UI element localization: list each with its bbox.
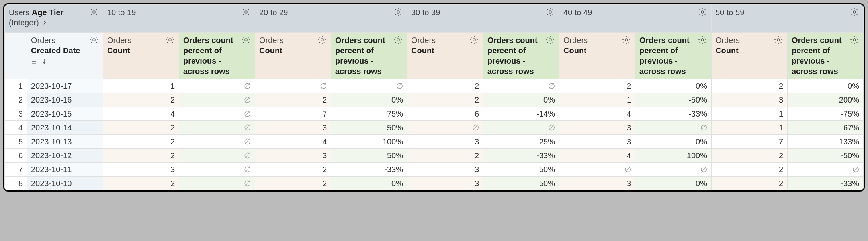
gear-icon[interactable] xyxy=(165,35,175,45)
gear-icon[interactable] xyxy=(393,35,403,45)
calc-column-header[interactable]: Orders count percent of previous - acros… xyxy=(331,33,407,79)
calc-cell[interactable]: -33% xyxy=(788,177,864,190)
count-column-header[interactable]: OrdersCount xyxy=(255,33,331,79)
count-cell[interactable]: ∅ xyxy=(255,79,331,93)
calc-cell[interactable]: ∅ xyxy=(179,163,255,177)
calc-cell[interactable]: -33% xyxy=(331,163,407,177)
count-cell[interactable]: 1 xyxy=(712,107,788,121)
count-cell[interactable]: 2 xyxy=(103,149,179,163)
gear-icon[interactable] xyxy=(698,7,707,17)
calc-cell[interactable]: 50% xyxy=(483,163,559,177)
gear-icon[interactable] xyxy=(393,7,403,17)
gear-icon[interactable] xyxy=(774,35,783,45)
calc-cell[interactable]: 133% xyxy=(788,135,864,149)
gear-icon[interactable] xyxy=(89,7,99,17)
count-cell[interactable]: 3 xyxy=(559,177,635,190)
count-cell[interactable]: 3 xyxy=(255,121,331,135)
pivot-dimension-header[interactable]: Users Age Tier (Integer) xyxy=(5,5,103,33)
gear-icon[interactable] xyxy=(850,35,859,45)
count-cell[interactable]: 2 xyxy=(712,177,788,190)
gear-icon[interactable] xyxy=(469,35,479,45)
count-cell[interactable]: 3 xyxy=(103,163,179,177)
calc-cell[interactable]: ∅ xyxy=(179,177,255,190)
count-cell[interactable]: 1 xyxy=(103,79,179,93)
calc-cell[interactable]: -25% xyxy=(483,135,559,149)
count-cell[interactable]: 3 xyxy=(255,149,331,163)
gear-icon[interactable] xyxy=(317,35,327,45)
date-cell[interactable]: 2023-10-13 xyxy=(27,135,103,149)
calc-cell[interactable]: -14% xyxy=(483,107,559,121)
count-column-header[interactable]: OrdersCount xyxy=(559,33,635,79)
count-cell[interactable]: 2 xyxy=(407,149,483,163)
count-cell[interactable]: 2 xyxy=(103,177,179,190)
count-cell[interactable]: 4 xyxy=(255,135,331,149)
calc-cell[interactable]: 0% xyxy=(331,93,407,107)
gear-icon[interactable] xyxy=(850,7,859,17)
count-cell[interactable]: 7 xyxy=(712,135,788,149)
count-cell[interactable]: 2 xyxy=(103,135,179,149)
calc-cell[interactable]: 0% xyxy=(635,79,712,93)
count-cell[interactable]: 3 xyxy=(407,135,483,149)
calc-cell[interactable]: 200% xyxy=(788,93,864,107)
count-column-header[interactable]: OrdersCount xyxy=(103,33,179,79)
count-cell[interactable]: 3 xyxy=(712,93,788,107)
count-cell[interactable]: 3 xyxy=(407,177,483,190)
gear-icon[interactable] xyxy=(545,35,555,45)
gear-icon[interactable] xyxy=(89,35,99,45)
count-cell[interactable]: 4 xyxy=(559,107,635,121)
count-cell[interactable]: 1 xyxy=(559,93,635,107)
calc-cell[interactable]: ∅ xyxy=(483,79,559,93)
gear-icon[interactable] xyxy=(698,35,707,45)
date-cell[interactable]: 2023-10-15 xyxy=(27,107,103,121)
calc-cell[interactable]: 0% xyxy=(331,177,407,190)
gear-icon[interactable] xyxy=(241,7,251,17)
calc-cell[interactable]: -33% xyxy=(635,107,712,121)
count-cell[interactable]: 4 xyxy=(559,149,635,163)
count-cell[interactable]: 3 xyxy=(559,135,635,149)
count-cell[interactable]: 7 xyxy=(255,107,331,121)
count-cell[interactable]: 2 xyxy=(103,93,179,107)
count-cell[interactable]: 2 xyxy=(255,163,331,177)
calc-cell[interactable]: ∅ xyxy=(179,135,255,149)
calc-column-header[interactable]: Orders count percent of previous - acros… xyxy=(483,33,559,79)
calc-cell[interactable]: 50% xyxy=(331,121,407,135)
calc-cell[interactable]: 0% xyxy=(635,135,712,149)
calc-cell[interactable]: 0% xyxy=(635,177,712,190)
calc-cell[interactable]: ∅ xyxy=(179,79,255,93)
count-cell[interactable]: 2 xyxy=(559,79,635,93)
calc-cell[interactable]: ∅ xyxy=(635,121,712,135)
calc-cell[interactable]: 100% xyxy=(635,149,712,163)
date-cell[interactable]: 2023-10-11 xyxy=(27,163,103,177)
calc-column-header[interactable]: Orders count percent of previous - acros… xyxy=(179,33,255,79)
calc-cell[interactable]: ∅ xyxy=(179,149,255,163)
date-cell[interactable]: 2023-10-10 xyxy=(27,177,103,190)
count-cell[interactable]: 3 xyxy=(559,121,635,135)
calc-column-header[interactable]: Orders count percent of previous - acros… xyxy=(635,33,712,79)
calc-cell[interactable]: 75% xyxy=(331,107,407,121)
count-cell[interactable]: 1 xyxy=(712,121,788,135)
calc-cell[interactable]: ∅ xyxy=(179,107,255,121)
calc-cell[interactable]: 50% xyxy=(331,149,407,163)
calc-cell[interactable]: ∅ xyxy=(179,93,255,107)
date-cell[interactable]: 2023-10-16 xyxy=(27,93,103,107)
date-cell[interactable]: 2023-10-14 xyxy=(27,121,103,135)
calc-cell[interactable]: ∅ xyxy=(179,121,255,135)
date-cell[interactable]: 2023-10-17 xyxy=(27,79,103,93)
calc-cell[interactable]: -33% xyxy=(483,149,559,163)
group-header-3[interactable]: 40 to 49 xyxy=(559,5,712,33)
count-cell[interactable]: 3 xyxy=(407,163,483,177)
gear-icon[interactable] xyxy=(241,35,251,45)
calc-cell[interactable]: ∅ xyxy=(331,79,407,93)
calc-cell[interactable]: -50% xyxy=(788,149,864,163)
calc-cell[interactable]: 0% xyxy=(483,93,559,107)
group-header-4[interactable]: 50 to 59 xyxy=(712,5,864,33)
group-header-1[interactable]: 20 to 29 xyxy=(255,5,407,33)
gear-icon[interactable] xyxy=(622,35,631,45)
count-cell[interactable]: 2 xyxy=(103,121,179,135)
gear-icon[interactable] xyxy=(545,7,555,17)
calc-cell[interactable]: ∅ xyxy=(788,163,864,177)
calc-cell[interactable]: 0% xyxy=(788,79,864,93)
calc-column-header[interactable]: Orders count percent of previous - acros… xyxy=(788,33,864,79)
count-cell[interactable]: 6 xyxy=(407,107,483,121)
date-cell[interactable]: 2023-10-12 xyxy=(27,149,103,163)
